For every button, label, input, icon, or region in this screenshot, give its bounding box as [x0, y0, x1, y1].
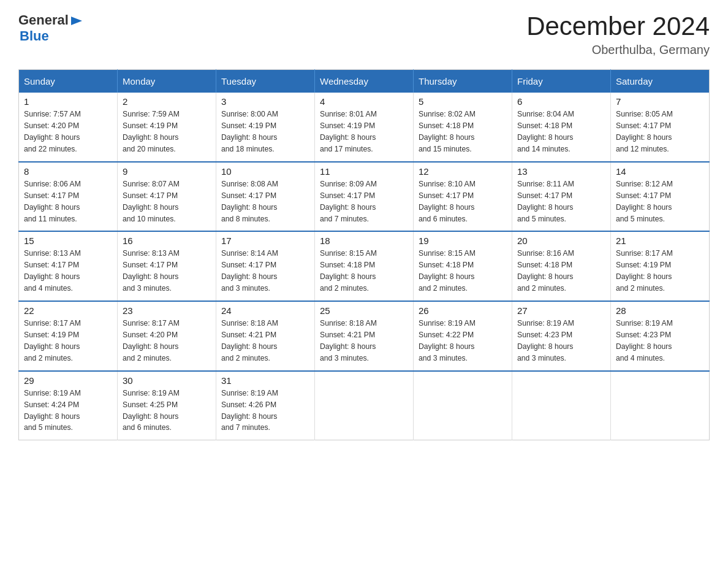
- day-info: Sunrise: 8:05 AM Sunset: 4:17 PM Dayligh…: [616, 109, 704, 155]
- day-number: 28: [616, 305, 704, 316]
- calendar-week-row: 15 Sunrise: 8:13 AM Sunset: 4:17 PM Dayl…: [19, 231, 710, 301]
- day-number: 27: [517, 305, 605, 316]
- day-info: Sunrise: 8:07 AM Sunset: 4:17 PM Dayligh…: [123, 178, 211, 225]
- calendar-week-row: 29 Sunrise: 8:19 AM Sunset: 4:24 PM Dayl…: [19, 371, 710, 440]
- day-info: Sunrise: 8:17 AM Sunset: 4:19 PM Dayligh…: [24, 318, 112, 364]
- calendar-day-cell: 16 Sunrise: 8:13 AM Sunset: 4:17 PM Dayl…: [118, 231, 216, 301]
- weekday-header-friday: Friday: [512, 70, 611, 93]
- calendar-week-row: 8 Sunrise: 8:06 AM Sunset: 4:17 PM Dayli…: [19, 162, 710, 232]
- calendar-day-cell: 25 Sunrise: 8:18 AM Sunset: 4:21 PM Dayl…: [315, 301, 414, 371]
- calendar-day-cell: [611, 371, 710, 440]
- day-number: 1: [24, 96, 112, 107]
- day-number: 26: [419, 305, 507, 316]
- day-info: Sunrise: 8:19 AM Sunset: 4:22 PM Dayligh…: [419, 318, 507, 364]
- calendar-day-cell: 6 Sunrise: 8:04 AM Sunset: 4:18 PM Dayli…: [512, 93, 611, 162]
- calendar-day-cell: 19 Sunrise: 8:15 AM Sunset: 4:18 PM Dayl…: [414, 231, 512, 301]
- calendar-day-cell: 30 Sunrise: 8:19 AM Sunset: 4:25 PM Dayl…: [118, 371, 216, 440]
- calendar-day-cell: 22 Sunrise: 8:17 AM Sunset: 4:19 PM Dayl…: [19, 301, 118, 371]
- calendar-day-cell: 7 Sunrise: 8:05 AM Sunset: 4:17 PM Dayli…: [611, 93, 710, 162]
- day-number: 22: [24, 305, 112, 316]
- day-info: Sunrise: 8:15 AM Sunset: 4:18 PM Dayligh…: [320, 248, 408, 294]
- page-header: General Blue December 2024 Oberthulba, G…: [18, 12, 710, 57]
- day-number: 18: [320, 236, 408, 246]
- day-info: Sunrise: 8:08 AM Sunset: 4:17 PM Dayligh…: [221, 178, 309, 225]
- calendar-day-cell: 8 Sunrise: 8:06 AM Sunset: 4:17 PM Dayli…: [19, 162, 118, 232]
- day-number: 4: [320, 96, 408, 107]
- day-number: 7: [616, 96, 704, 107]
- day-info: Sunrise: 8:19 AM Sunset: 4:24 PM Dayligh…: [24, 388, 112, 434]
- weekday-header-row: SundayMondayTuesdayWednesdayThursdayFrid…: [19, 70, 710, 93]
- calendar-day-cell: [315, 371, 414, 440]
- day-number: 12: [419, 166, 507, 177]
- day-number: 15: [24, 236, 112, 246]
- calendar-day-cell: 2 Sunrise: 7:59 AM Sunset: 4:19 PM Dayli…: [118, 93, 216, 162]
- calendar-day-cell: 10 Sunrise: 8:08 AM Sunset: 4:17 PM Dayl…: [216, 162, 315, 232]
- day-number: 29: [24, 375, 112, 386]
- day-info: Sunrise: 8:00 AM Sunset: 4:19 PM Dayligh…: [221, 109, 309, 155]
- day-number: 5: [419, 96, 507, 107]
- day-number: 24: [221, 305, 309, 316]
- day-info: Sunrise: 8:12 AM Sunset: 4:17 PM Dayligh…: [616, 178, 704, 225]
- calendar-week-row: 22 Sunrise: 8:17 AM Sunset: 4:19 PM Dayl…: [19, 301, 710, 371]
- calendar-day-cell: [414, 371, 512, 440]
- calendar-day-cell: 26 Sunrise: 8:19 AM Sunset: 4:22 PM Dayl…: [414, 301, 512, 371]
- day-info: Sunrise: 8:09 AM Sunset: 4:17 PM Dayligh…: [320, 178, 408, 225]
- day-info: Sunrise: 8:15 AM Sunset: 4:18 PM Dayligh…: [419, 248, 507, 294]
- calendar-day-cell: 3 Sunrise: 8:00 AM Sunset: 4:19 PM Dayli…: [216, 93, 315, 162]
- day-number: 11: [320, 166, 408, 177]
- logo: General Blue: [18, 12, 83, 44]
- calendar-day-cell: 20 Sunrise: 8:16 AM Sunset: 4:18 PM Dayl…: [512, 231, 611, 301]
- logo-blue-text: Blue: [20, 28, 49, 44]
- day-number: 14: [616, 166, 704, 177]
- day-info: Sunrise: 7:59 AM Sunset: 4:19 PM Dayligh…: [123, 109, 211, 155]
- calendar-day-cell: 28 Sunrise: 8:19 AM Sunset: 4:23 PM Dayl…: [611, 301, 710, 371]
- day-number: 8: [24, 166, 112, 177]
- weekday-header-monday: Monday: [118, 70, 216, 93]
- day-info: Sunrise: 7:57 AM Sunset: 4:20 PM Dayligh…: [24, 109, 112, 155]
- calendar-day-cell: 31 Sunrise: 8:19 AM Sunset: 4:26 PM Dayl…: [216, 371, 315, 440]
- calendar-day-cell: 13 Sunrise: 8:11 AM Sunset: 4:17 PM Dayl…: [512, 162, 611, 232]
- day-number: 21: [616, 236, 704, 246]
- day-number: 30: [123, 375, 211, 386]
- day-info: Sunrise: 8:18 AM Sunset: 4:21 PM Dayligh…: [221, 318, 309, 364]
- logo-triangle-icon: [70, 14, 83, 28]
- calendar-day-cell: 17 Sunrise: 8:14 AM Sunset: 4:17 PM Dayl…: [216, 231, 315, 301]
- weekday-header-wednesday: Wednesday: [315, 70, 414, 93]
- calendar-day-cell: 9 Sunrise: 8:07 AM Sunset: 4:17 PM Dayli…: [118, 162, 216, 232]
- calendar-day-cell: 23 Sunrise: 8:17 AM Sunset: 4:20 PM Dayl…: [118, 301, 216, 371]
- day-number: 31: [221, 375, 309, 386]
- day-info: Sunrise: 8:14 AM Sunset: 4:17 PM Dayligh…: [221, 248, 309, 294]
- day-number: 23: [123, 305, 211, 316]
- day-info: Sunrise: 8:19 AM Sunset: 4:25 PM Dayligh…: [123, 388, 211, 434]
- day-number: 3: [221, 96, 309, 107]
- day-info: Sunrise: 8:01 AM Sunset: 4:19 PM Dayligh…: [320, 109, 408, 155]
- svg-marker-0: [71, 17, 82, 25]
- calendar-day-cell: 12 Sunrise: 8:10 AM Sunset: 4:17 PM Dayl…: [414, 162, 512, 232]
- day-number: 19: [419, 236, 507, 246]
- day-info: Sunrise: 8:16 AM Sunset: 4:18 PM Dayligh…: [517, 248, 605, 294]
- calendar-day-cell: 27 Sunrise: 8:19 AM Sunset: 4:23 PM Dayl…: [512, 301, 611, 371]
- calendar-day-cell: 1 Sunrise: 7:57 AM Sunset: 4:20 PM Dayli…: [19, 93, 118, 162]
- day-info: Sunrise: 8:19 AM Sunset: 4:23 PM Dayligh…: [517, 318, 605, 364]
- day-info: Sunrise: 8:17 AM Sunset: 4:19 PM Dayligh…: [616, 248, 704, 294]
- logo-general-text: General: [18, 12, 69, 28]
- day-info: Sunrise: 8:19 AM Sunset: 4:23 PM Dayligh…: [616, 318, 704, 364]
- calendar-day-cell: 29 Sunrise: 8:19 AM Sunset: 4:24 PM Dayl…: [19, 371, 118, 440]
- day-info: Sunrise: 8:17 AM Sunset: 4:20 PM Dayligh…: [123, 318, 211, 364]
- day-info: Sunrise: 8:13 AM Sunset: 4:17 PM Dayligh…: [123, 248, 211, 294]
- day-info: Sunrise: 8:11 AM Sunset: 4:17 PM Dayligh…: [517, 178, 605, 225]
- day-number: 2: [123, 96, 211, 107]
- calendar-day-cell: 15 Sunrise: 8:13 AM Sunset: 4:17 PM Dayl…: [19, 231, 118, 301]
- day-number: 13: [517, 166, 605, 177]
- calendar-day-cell: [512, 371, 611, 440]
- day-number: 6: [517, 96, 605, 107]
- day-info: Sunrise: 8:18 AM Sunset: 4:21 PM Dayligh…: [320, 318, 408, 364]
- calendar-day-cell: 11 Sunrise: 8:09 AM Sunset: 4:17 PM Dayl…: [315, 162, 414, 232]
- day-number: 16: [123, 236, 211, 246]
- day-info: Sunrise: 8:02 AM Sunset: 4:18 PM Dayligh…: [419, 109, 507, 155]
- location-title: Oberthulba, Germany: [526, 43, 710, 57]
- calendar-day-cell: 18 Sunrise: 8:15 AM Sunset: 4:18 PM Dayl…: [315, 231, 414, 301]
- calendar-day-cell: 21 Sunrise: 8:17 AM Sunset: 4:19 PM Dayl…: [611, 231, 710, 301]
- day-info: Sunrise: 8:06 AM Sunset: 4:17 PM Dayligh…: [24, 178, 112, 225]
- day-info: Sunrise: 8:19 AM Sunset: 4:26 PM Dayligh…: [221, 388, 309, 434]
